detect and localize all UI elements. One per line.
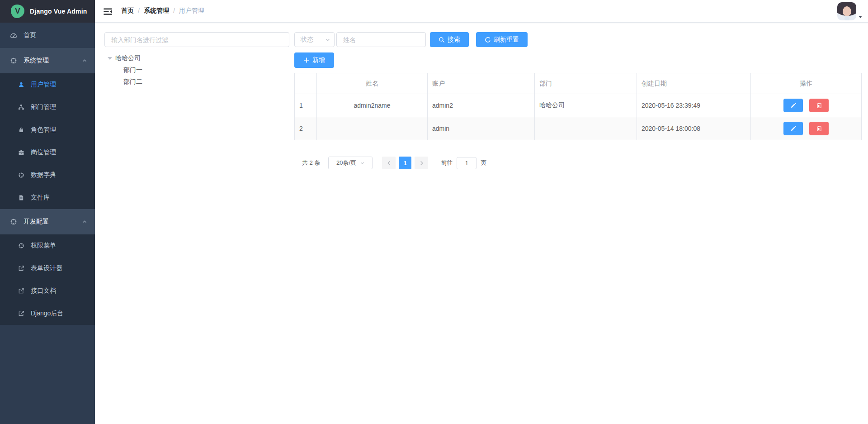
tree-node-label: 哈哈公司 (115, 54, 141, 62)
cell: admin2name (317, 94, 428, 117)
search-icon (439, 37, 445, 43)
sidebar-item-file-lib[interactable]: 文件库 (0, 186, 95, 209)
vue-logo-icon: V (11, 5, 24, 18)
sidebar: V Django Vue Admin 首页系统管理用户管理部门管理角色管理岗位管… (0, 0, 95, 424)
sidebar-item-label: 首页 (24, 31, 36, 39)
pagination: 共 2 条 20条/页 1 前往 页 (302, 157, 486, 169)
sidebar-item-label: 接口文档 (31, 287, 56, 295)
cell (535, 117, 637, 140)
tree-icon (18, 104, 24, 110)
cell: 哈哈公司 (535, 94, 637, 117)
user-menu[interactable] (837, 2, 862, 20)
actions-cell (751, 94, 862, 117)
cell: 2 (295, 117, 317, 140)
status-select[interactable]: 状态 (294, 32, 335, 47)
target-icon (10, 218, 17, 225)
submenu-dev-config: 权限菜单表单设计器接口文档Django后台 (0, 234, 95, 325)
sidebar-menu: 首页系统管理用户管理部门管理角色管理岗位管理数据字典文件库开发配置权限菜单表单设… (0, 23, 95, 325)
breadcrumb-item-1[interactable]: 首页 (121, 7, 134, 15)
page-size-label: 20条/页 (336, 159, 356, 167)
external-icon (18, 310, 24, 317)
sidebar-item-label: 数据字典 (31, 171, 56, 179)
sidebar-item-form-designer[interactable]: 表单设计器 (0, 257, 95, 280)
goto-unit-label: 页 (481, 159, 486, 167)
chevron-up-icon (82, 219, 87, 224)
cell: 1 (295, 94, 317, 117)
chevron-down-icon (360, 161, 365, 166)
target-icon (18, 172, 24, 178)
users-table: 姓名账户部门创建日期操作1admin2nameadmin2哈哈公司2020-05… (294, 73, 862, 140)
sidebar-item-data-dict[interactable]: 数据字典 (0, 164, 95, 186)
caret-down-filled-icon[interactable] (108, 57, 112, 60)
add-button-label: 新增 (312, 56, 325, 64)
external-icon (18, 265, 24, 272)
name-search-input[interactable] (336, 32, 426, 47)
tree-node-label: 部门一 (123, 66, 142, 74)
dept-filter-input[interactable] (104, 32, 289, 47)
logo-bar[interactable]: V Django Vue Admin (0, 0, 95, 23)
delete-button[interactable] (809, 99, 829, 112)
row-actions (755, 122, 857, 135)
search-button[interactable]: 搜索 (430, 32, 469, 47)
sidebar-item-label: 岗位管理 (31, 148, 56, 157)
sidebar-item-post-mgmt[interactable]: 岗位管理 (0, 141, 95, 164)
breadcrumb-item-3: 用户管理 (179, 7, 204, 15)
status-select-placeholder: 状态 (301, 36, 313, 44)
delete-icon (816, 125, 822, 132)
row-actions (755, 99, 857, 112)
page-size-select[interactable]: 20条/页 (328, 157, 373, 169)
goto-label: 前往 (441, 159, 453, 167)
sidebar-item-label: 文件库 (31, 194, 50, 202)
plus-icon (303, 57, 310, 63)
tree-node-root[interactable]: 哈哈公司 (104, 52, 289, 64)
column-header-操作: 操作 (751, 73, 862, 94)
sidebar-item-home[interactable]: 首页 (0, 23, 95, 48)
column-header-账户: 账户 (428, 73, 535, 94)
tree-node[interactable]: 部门一 (104, 64, 289, 76)
sidebar-item-label: 权限菜单 (31, 242, 56, 250)
delete-button[interactable] (809, 122, 829, 135)
column-header-姓名: 姓名 (317, 73, 428, 94)
sidebar-item-dept-mgmt[interactable]: 部门管理 (0, 96, 95, 119)
chevron-down-icon (325, 37, 330, 43)
submenu-system-mgmt: 用户管理部门管理角色管理岗位管理数据字典文件库 (0, 73, 95, 209)
sidebar-group-dev-config[interactable]: 开发配置 (0, 209, 95, 234)
sidebar-item-user-mgmt[interactable]: 用户管理 (0, 73, 95, 96)
breadcrumb-separator: / (138, 7, 140, 14)
next-page-button[interactable] (415, 157, 428, 169)
sidebar-group-label: 系统管理 (24, 57, 49, 65)
actions-cell (751, 117, 862, 140)
goto-page-input[interactable] (457, 157, 476, 169)
sidebar-item-django-admin[interactable]: Django后台 (0, 302, 95, 325)
pagination-total: 共 2 条 (302, 159, 320, 167)
dashboard-icon (10, 32, 17, 39)
external-icon (18, 288, 24, 294)
breadcrumb-item-2[interactable]: 系统管理 (144, 7, 169, 15)
edit-button[interactable] (783, 99, 803, 112)
sidebar-item-role-mgmt[interactable]: 角色管理 (0, 119, 95, 141)
page-number-button[interactable]: 1 (399, 157, 411, 169)
target-icon (10, 57, 17, 64)
sidebar-item-api-docs[interactable]: 接口文档 (0, 280, 95, 302)
sidebar-item-perm-menu[interactable]: 权限菜单 (0, 234, 95, 257)
cell: admin2 (428, 94, 535, 117)
prev-page-button[interactable] (382, 157, 396, 169)
fold-menu-icon[interactable] (103, 7, 113, 16)
refresh-reset-button[interactable]: 刷新重置 (476, 32, 528, 47)
avatar[interactable] (837, 2, 856, 20)
column-header-部门: 部门 (535, 73, 637, 94)
sidebar-item-label: 表单设计器 (31, 264, 62, 272)
add-button[interactable]: 新增 (294, 52, 334, 68)
tree-node[interactable]: 部门二 (104, 76, 289, 88)
edit-button[interactable] (783, 122, 803, 135)
briefcase-icon (18, 149, 24, 156)
app-title: Django Vue Admin (30, 8, 87, 15)
target-icon (18, 243, 24, 249)
dept-tree: 哈哈公司部门一部门二 (104, 52, 289, 88)
column-header-index (295, 73, 317, 94)
chevron-up-icon (82, 58, 87, 63)
navbar: 首页/系统管理/用户管理 (95, 0, 868, 23)
sidebar-group-system-mgmt[interactable]: 系统管理 (0, 48, 95, 73)
document-icon (18, 195, 24, 201)
cell: admin (428, 117, 535, 140)
